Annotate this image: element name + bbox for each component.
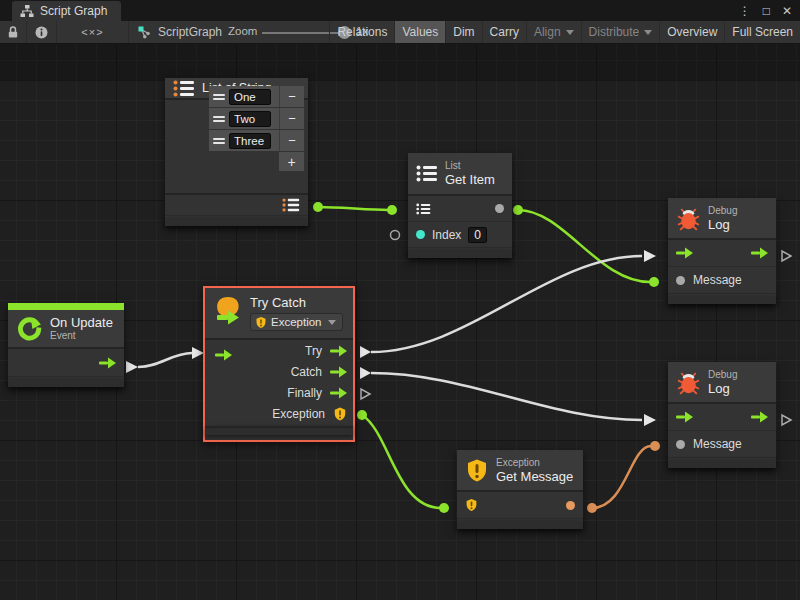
visual-scripting-window: Script Graph ⋮ □ ✕ <×> xyxy=(0,0,800,600)
list-item-input[interactable] xyxy=(229,111,271,127)
port-endpoint[interactable] xyxy=(387,205,397,215)
wire-update-to-trycatch[interactable] xyxy=(138,353,192,367)
control-in-port[interactable] xyxy=(676,411,693,423)
exception-input-port[interactable] xyxy=(457,492,583,519)
info-button[interactable] xyxy=(27,21,57,43)
index-value-field[interactable]: 0 xyxy=(468,227,487,243)
carry-button[interactable]: Carry xyxy=(482,21,526,43)
log-out-marker[interactable] xyxy=(782,415,791,425)
wire-getmessage-to-log[interactable] xyxy=(592,446,651,508)
control-out-port[interactable] xyxy=(751,411,768,423)
values-button[interactable]: Values xyxy=(394,21,445,43)
drag-handle-icon[interactable] xyxy=(213,138,225,144)
list-item-row: − xyxy=(209,86,304,107)
node-header: Debug Log xyxy=(668,198,776,240)
node-footer xyxy=(668,296,776,304)
control-out-marker[interactable] xyxy=(126,361,138,373)
exception-shield-icon xyxy=(333,407,347,421)
wire-exception-to-getmessage[interactable] xyxy=(362,415,441,508)
finally-port-marker[interactable] xyxy=(361,389,370,399)
fullscreen-button[interactable]: Full Screen xyxy=(724,21,800,43)
wire-getitem-to-log[interactable] xyxy=(518,210,650,282)
port-endpoint[interactable] xyxy=(587,503,597,513)
window-maximize-icon[interactable]: □ xyxy=(763,4,770,18)
node-debug-log-bottom[interactable]: Debug Log Message xyxy=(668,362,776,468)
exception-output-port[interactable]: Exception xyxy=(205,403,353,424)
graph-canvas[interactable]: List of String − − xyxy=(0,44,800,600)
list-output-port[interactable] xyxy=(165,193,308,216)
window-menu-icon[interactable]: ⋮ xyxy=(739,4,751,18)
distribute-dropdown[interactable]: Distribute xyxy=(581,21,660,43)
node-on-update[interactable]: On Update Event xyxy=(8,303,124,387)
event-accent-bar xyxy=(8,303,124,310)
string-output-port[interactable] xyxy=(566,501,575,510)
list-item-input[interactable] xyxy=(229,89,271,105)
port-endpoint[interactable] xyxy=(513,205,523,215)
message-input-port[interactable]: Message xyxy=(668,267,776,294)
message-input-port[interactable]: Message xyxy=(668,431,776,458)
item-output-port[interactable] xyxy=(495,204,504,213)
finally-label: Finally xyxy=(287,386,322,400)
finally-output-port[interactable]: Finally xyxy=(205,382,353,403)
node-title: Log xyxy=(708,381,737,396)
list-item-input[interactable] xyxy=(229,133,271,149)
control-ports-row xyxy=(668,240,776,267)
exception-type-dropdown[interactable]: Exception xyxy=(250,313,343,331)
node-title: Get Item xyxy=(445,172,495,187)
catch-output-port[interactable]: Catch xyxy=(205,361,353,382)
node-get-item[interactable]: List Get Item Index 0 xyxy=(408,153,512,258)
list-item-row: − xyxy=(209,108,304,129)
overview-button[interactable]: Overview xyxy=(659,21,724,43)
remove-item-button[interactable]: − xyxy=(279,86,304,107)
drag-handle-icon[interactable] xyxy=(213,94,225,100)
list-icon xyxy=(282,198,300,212)
dim-button[interactable]: Dim xyxy=(445,21,481,43)
drag-handle-icon[interactable] xyxy=(213,116,225,122)
node-title: Get Message xyxy=(496,469,573,484)
node-try-catch[interactable]: Try Catch Exception xyxy=(203,286,355,442)
window-close-icon[interactable]: ✕ xyxy=(782,4,792,18)
control-out-marker[interactable] xyxy=(360,346,371,358)
chevron-down-icon xyxy=(644,30,652,35)
node-header: Try Catch Exception xyxy=(205,288,353,340)
enter-control-port[interactable] xyxy=(215,349,232,361)
control-out-port[interactable] xyxy=(8,349,124,377)
lock-button[interactable] xyxy=(0,21,27,43)
wire-list-to-getitem[interactable] xyxy=(318,207,388,210)
string-list-editor: − − − + xyxy=(209,86,304,171)
node-header: Debug Log xyxy=(668,362,776,404)
wire-catch-to-log[interactable] xyxy=(371,373,642,420)
remove-item-button[interactable]: − xyxy=(279,108,304,129)
control-out-marker[interactable] xyxy=(360,367,371,379)
update-loop-icon xyxy=(16,315,43,342)
port-endpoint[interactable] xyxy=(650,441,660,451)
tab-script-graph[interactable]: Script Graph xyxy=(12,1,121,21)
node-title: On Update xyxy=(50,315,113,330)
code-view-button[interactable]: <×> xyxy=(57,21,129,43)
node-get-message[interactable]: Exception Get Message xyxy=(457,450,583,529)
port-endpoint[interactable] xyxy=(439,503,449,513)
index-input-port[interactable]: Index 0 xyxy=(408,222,512,248)
graph-breadcrumb[interactable]: ScriptGraph xyxy=(138,21,222,43)
remove-item-button[interactable]: − xyxy=(279,130,304,151)
port-endpoint[interactable] xyxy=(313,202,323,212)
wire-try-to-log[interactable] xyxy=(371,256,642,352)
node-debug-log-top[interactable]: Debug Log Message xyxy=(668,198,776,304)
graph-toolbar: <×> ScriptGraph Zoom 1x Relations Values… xyxy=(0,21,800,44)
node-title: Log xyxy=(708,217,737,232)
relations-button[interactable]: Relations xyxy=(329,21,394,43)
control-in-port[interactable] xyxy=(676,247,693,259)
control-out-port[interactable] xyxy=(751,247,768,259)
add-item-button[interactable]: + xyxy=(279,152,304,171)
index-port-marker[interactable] xyxy=(391,231,400,240)
port-endpoint[interactable] xyxy=(649,277,659,287)
align-dropdown[interactable]: Align xyxy=(526,21,581,43)
node-list-of-string[interactable]: List of String − − xyxy=(165,78,308,226)
bug-icon xyxy=(676,369,701,395)
dropdown-label: Exception xyxy=(271,316,322,328)
list-input-port[interactable] xyxy=(408,196,512,222)
catch-label: Catch xyxy=(291,365,322,379)
script-graph-icon xyxy=(138,26,151,39)
port-endpoint[interactable] xyxy=(357,410,367,420)
log-out-marker[interactable] xyxy=(782,251,791,261)
